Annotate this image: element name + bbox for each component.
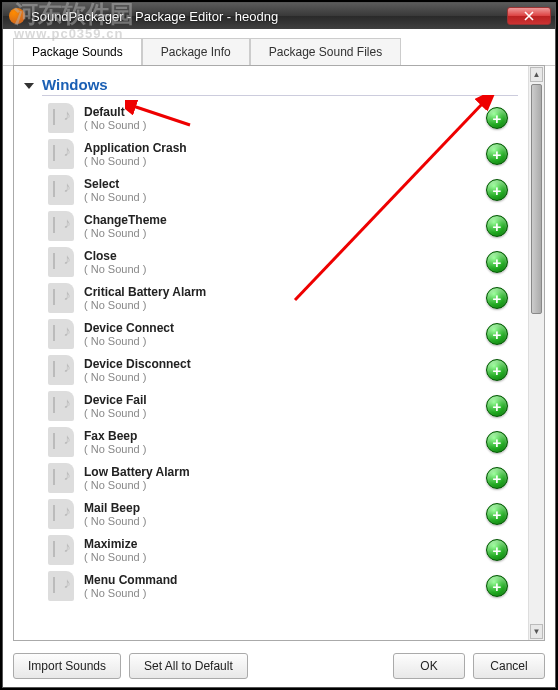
sound-row[interactable]: Select( No Sound )+ <box>48 172 528 208</box>
plus-icon: + <box>493 110 502 127</box>
sound-row[interactable]: Critical Battery Alarm( No Sound )+ <box>48 280 528 316</box>
group-header-windows[interactable]: Windows <box>14 72 528 100</box>
close-icon <box>524 11 534 21</box>
sound-name: Select <box>84 177 486 191</box>
sound-row[interactable]: Device Connect( No Sound )+ <box>48 316 528 352</box>
add-sound-button[interactable]: + <box>486 395 508 417</box>
sound-row[interactable]: Maximize( No Sound )+ <box>48 532 528 568</box>
plus-icon: + <box>493 542 502 559</box>
scroll-thumb[interactable] <box>531 84 542 314</box>
sound-list: Default( No Sound )+Application Crash( N… <box>14 100 528 604</box>
scroll-up-button[interactable]: ▲ <box>530 67 543 82</box>
sound-status: ( No Sound ) <box>84 443 486 455</box>
sound-status: ( No Sound ) <box>84 551 486 563</box>
close-button[interactable] <box>507 7 551 25</box>
add-sound-button[interactable]: + <box>486 251 508 273</box>
plus-icon: + <box>493 362 502 379</box>
sound-text: Device Connect( No Sound ) <box>84 321 486 347</box>
music-file-icon <box>48 211 74 241</box>
plus-icon: + <box>493 254 502 271</box>
add-sound-button[interactable]: + <box>486 431 508 453</box>
music-file-icon <box>48 571 74 601</box>
window: SoundPackager - Package Editor - heodng … <box>2 2 556 688</box>
sound-text: Select( No Sound ) <box>84 177 486 203</box>
sound-status: ( No Sound ) <box>84 335 486 347</box>
sound-status: ( No Sound ) <box>84 119 486 131</box>
sound-text: Low Battery Alarm( No Sound ) <box>84 465 486 491</box>
add-sound-button[interactable]: + <box>486 179 508 201</box>
music-file-icon <box>48 247 74 277</box>
music-file-icon <box>48 175 74 205</box>
plus-icon: + <box>493 398 502 415</box>
sound-status: ( No Sound ) <box>84 155 486 167</box>
plus-icon: + <box>493 434 502 451</box>
sound-name: Close <box>84 249 486 263</box>
sound-text: Application Crash( No Sound ) <box>84 141 486 167</box>
add-sound-button[interactable]: + <box>486 287 508 309</box>
tab-package-sound-files[interactable]: Package Sound Files <box>250 38 401 66</box>
add-sound-button[interactable]: + <box>486 143 508 165</box>
cancel-button[interactable]: Cancel <box>473 653 545 679</box>
sound-text: Critical Battery Alarm( No Sound ) <box>84 285 486 311</box>
music-file-icon <box>48 139 74 169</box>
scroll-down-button[interactable]: ▼ <box>530 624 543 639</box>
vertical-scrollbar[interactable]: ▲ ▼ <box>528 66 544 640</box>
sound-name: Mail Beep <box>84 501 486 515</box>
plus-icon: + <box>493 506 502 523</box>
sound-row[interactable]: Fax Beep( No Sound )+ <box>48 424 528 460</box>
group-title: Windows <box>42 76 518 96</box>
music-file-icon <box>48 319 74 349</box>
sound-name: ChangeTheme <box>84 213 486 227</box>
sound-status: ( No Sound ) <box>84 515 486 527</box>
sound-name: Device Connect <box>84 321 486 335</box>
ok-button[interactable]: OK <box>393 653 465 679</box>
sound-row[interactable]: Device Fail( No Sound )+ <box>48 388 528 424</box>
add-sound-button[interactable]: + <box>486 503 508 525</box>
sound-text: Mail Beep( No Sound ) <box>84 501 486 527</box>
music-file-icon <box>48 535 74 565</box>
sound-status: ( No Sound ) <box>84 227 486 239</box>
expand-arrow-icon <box>24 83 34 89</box>
sound-name: Device Disconnect <box>84 357 486 371</box>
add-sound-button[interactable]: + <box>486 359 508 381</box>
set-all-default-button[interactable]: Set All to Default <box>129 653 248 679</box>
sound-status: ( No Sound ) <box>84 191 486 203</box>
add-sound-button[interactable]: + <box>486 467 508 489</box>
sound-row[interactable]: Default( No Sound )+ <box>48 100 528 136</box>
sound-text: Default( No Sound ) <box>84 105 486 131</box>
plus-icon: + <box>493 470 502 487</box>
import-sounds-button[interactable]: Import Sounds <box>13 653 121 679</box>
content-panel: Windows Default( No Sound )+Application … <box>13 65 545 641</box>
plus-icon: + <box>493 290 502 307</box>
titlebar: SoundPackager - Package Editor - heodng <box>3 3 555 29</box>
add-sound-button[interactable]: + <box>486 215 508 237</box>
sound-text: Close( No Sound ) <box>84 249 486 275</box>
sound-text: Fax Beep( No Sound ) <box>84 429 486 455</box>
plus-icon: + <box>493 182 502 199</box>
sound-row[interactable]: Application Crash( No Sound )+ <box>48 136 528 172</box>
add-sound-button[interactable]: + <box>486 575 508 597</box>
music-file-icon <box>48 499 74 529</box>
sound-row[interactable]: Low Battery Alarm( No Sound )+ <box>48 460 528 496</box>
tab-package-sounds[interactable]: Package Sounds <box>13 38 142 66</box>
add-sound-button[interactable]: + <box>486 323 508 345</box>
plus-icon: + <box>493 218 502 235</box>
sound-status: ( No Sound ) <box>84 587 486 599</box>
sound-name: Application Crash <box>84 141 486 155</box>
sound-row[interactable]: Menu Command( No Sound )+ <box>48 568 528 604</box>
sound-row[interactable]: Mail Beep( No Sound )+ <box>48 496 528 532</box>
tab-bar: Package Sounds Package Info Package Soun… <box>3 29 555 66</box>
sound-text: Device Disconnect( No Sound ) <box>84 357 486 383</box>
plus-icon: + <box>493 326 502 343</box>
sound-row[interactable]: ChangeTheme( No Sound )+ <box>48 208 528 244</box>
sound-row[interactable]: Close( No Sound )+ <box>48 244 528 280</box>
bottom-bar: Import Sounds Set All to Default OK Canc… <box>13 653 545 679</box>
add-sound-button[interactable]: + <box>486 539 508 561</box>
sound-status: ( No Sound ) <box>84 371 486 383</box>
sound-row[interactable]: Device Disconnect( No Sound )+ <box>48 352 528 388</box>
tab-package-info[interactable]: Package Info <box>142 38 250 66</box>
add-sound-button[interactable]: + <box>486 107 508 129</box>
sound-name: Default <box>84 105 486 119</box>
music-file-icon <box>48 355 74 385</box>
music-file-icon <box>48 427 74 457</box>
